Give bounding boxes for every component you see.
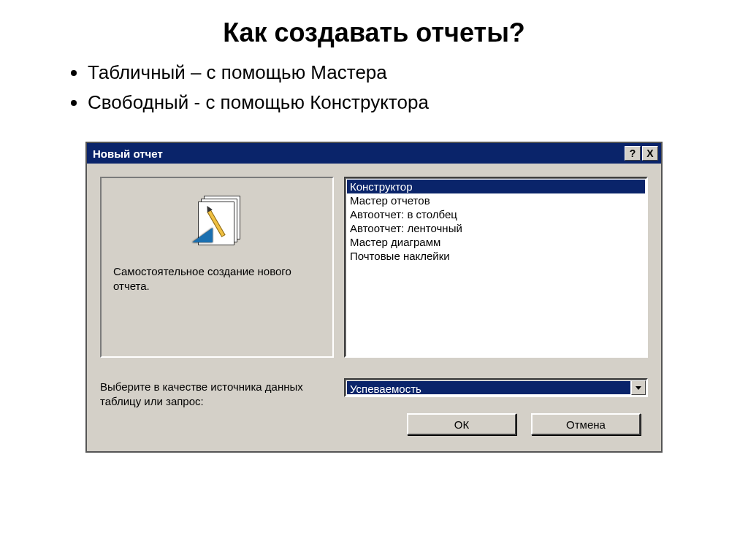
cancel-button[interactable]: Отмена	[531, 413, 641, 435]
chevron-down-icon[interactable]	[631, 380, 646, 395]
ok-button[interactable]: ОК	[407, 413, 516, 435]
data-source-label: Выберите в качестве источника данных таб…	[100, 378, 334, 410]
list-item[interactable]: Автоотчет: в столбец	[347, 207, 645, 221]
report-type-listbox[interactable]: Конструктор Мастер отчетов Автоотчет: в …	[344, 177, 648, 358]
new-report-dialog: Новый отчет ? X Самостоятельное создание…	[85, 142, 663, 453]
list-item[interactable]: Почтовые наклейки	[347, 249, 645, 263]
preview-description: Самостоятельное создание нового отчета.	[113, 264, 321, 294]
bullet-item: Свободный - с помощью Конструктора	[88, 91, 682, 114]
bullet-item: Табличный – с помощью Мастера	[88, 61, 682, 84]
list-item[interactable]: Мастер отчетов	[347, 193, 645, 207]
list-item[interactable]: Мастер диаграмм	[347, 235, 645, 249]
help-button[interactable]: ?	[625, 146, 641, 161]
bullet-list: Табличный – с помощью Мастера Свободный …	[0, 61, 748, 136]
combobox-value: Успеваемость	[347, 381, 630, 394]
slide-title: Как создавать отчеты?	[0, 0, 748, 61]
list-item[interactable]: Конструктор	[347, 180, 645, 193]
preview-panel: Самостоятельное создание нового отчета.	[100, 177, 334, 358]
report-wizard-icon	[188, 191, 246, 250]
close-button[interactable]: X	[642, 146, 658, 161]
data-source-combobox[interactable]: Успеваемость	[344, 378, 648, 397]
titlebar: Новый отчет ? X	[87, 143, 661, 164]
list-item[interactable]: Автоотчет: ленточный	[347, 221, 645, 235]
dialog-title: Новый отчет	[93, 147, 625, 160]
